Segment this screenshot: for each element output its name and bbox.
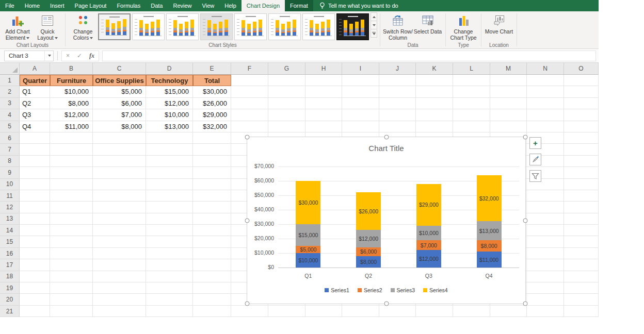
grid-cell-B5[interactable]: $11,000 <box>50 121 93 132</box>
row-header-6[interactable]: 6 <box>0 132 20 144</box>
grid-cell-D19[interactable] <box>146 282 193 294</box>
chart-bar-segment-series1-q2[interactable]: $8,000 <box>356 256 381 268</box>
row-header-13[interactable]: 13 <box>0 213 20 225</box>
grid-cell-G1[interactable] <box>268 75 305 86</box>
ribbon-tab-view[interactable]: View <box>197 0 220 11</box>
grid-cell-O10[interactable] <box>564 179 599 190</box>
grid-cell-F3[interactable] <box>231 98 268 109</box>
grid-cell-O18[interactable] <box>564 271 599 282</box>
grid-cell-E13[interactable] <box>193 213 231 225</box>
selection-handle[interactable] <box>523 218 528 223</box>
column-header-E[interactable]: E <box>193 63 231 74</box>
grid-cell-A9[interactable] <box>20 167 50 178</box>
ribbon-tab-format[interactable]: Format <box>285 0 313 11</box>
grid-cell-A15[interactable] <box>20 236 50 247</box>
chart-styles-button[interactable] <box>529 154 541 165</box>
grid-cell-E11[interactable] <box>193 190 231 202</box>
grid-cell-I2[interactable] <box>342 86 379 97</box>
column-header-F[interactable]: F <box>231 63 268 74</box>
chart-bar-segment-series3-q1[interactable]: $15,000 <box>296 224 320 246</box>
chart-style-thumbnail-6[interactable] <box>268 13 301 40</box>
grid-cell-N3[interactable] <box>527 98 564 109</box>
change-colors-button[interactable]: Change Colors <box>68 13 98 41</box>
grid-cell-I1[interactable] <box>342 75 379 86</box>
grid-cell-C20[interactable] <box>93 294 146 305</box>
chart-elements-button[interactable]: + <box>529 137 541 149</box>
grid-cell-A6[interactable] <box>20 132 50 144</box>
grid-cell-C2[interactable]: $5,000 <box>93 86 146 97</box>
grid-cell-C14[interactable] <box>93 225 146 236</box>
grid-cell-B14[interactable] <box>50 225 93 236</box>
grid-cell-K1[interactable] <box>416 75 453 86</box>
grid-cell-D9[interactable] <box>146 167 193 178</box>
column-header-C[interactable]: C <box>93 63 146 74</box>
column-header-M[interactable]: M <box>490 63 527 74</box>
grid-cell-H21[interactable] <box>305 306 342 317</box>
grid-cell-F2[interactable] <box>231 86 268 97</box>
grid-cell-D2[interactable]: $15,000 <box>146 86 193 97</box>
chart-style-thumbnail-3[interactable] <box>166 13 199 40</box>
grid-cell-C6[interactable] <box>93 132 146 144</box>
grid-cell-D14[interactable] <box>146 225 193 236</box>
row-header-16[interactable]: 16 <box>0 248 20 259</box>
column-header-B[interactable]: B <box>50 63 93 74</box>
grid-cell-O13[interactable] <box>564 213 599 225</box>
grid-cell-J5[interactable] <box>379 121 416 132</box>
enter-icon[interactable]: ✓ <box>77 51 82 61</box>
column-header-N[interactable]: N <box>527 63 564 74</box>
grid-cell-E20[interactable] <box>193 294 231 305</box>
grid-cell-B6[interactable] <box>50 132 93 144</box>
column-header-L[interactable]: L <box>453 63 490 74</box>
grid-cell-D17[interactable] <box>146 259 193 271</box>
grid-cell-F1[interactable] <box>231 75 268 86</box>
grid-cell-C7[interactable] <box>93 144 146 155</box>
grid-cell-B16[interactable] <box>50 248 93 259</box>
grid-cell-D13[interactable] <box>146 213 193 225</box>
grid-cell-D6[interactable] <box>146 132 193 144</box>
grid-cell-K21[interactable] <box>416 306 453 317</box>
grid-cell-I3[interactable] <box>342 98 379 109</box>
column-header-O[interactable]: O <box>564 63 599 74</box>
grid-cell-G21[interactable] <box>268 306 305 317</box>
grid-cell-D11[interactable] <box>146 190 193 202</box>
grid-cell-B17[interactable] <box>50 259 93 271</box>
grid-cell-B2[interactable]: $10,000 <box>50 86 93 97</box>
column-header-G[interactable]: G <box>268 63 305 74</box>
grid-cell-O1[interactable] <box>564 75 599 86</box>
grid-cell-C10[interactable] <box>93 179 146 190</box>
grid-cell-D8[interactable] <box>146 156 193 167</box>
grid-cell-A2[interactable]: Q1 <box>20 86 50 97</box>
grid-cell-C1[interactable]: Office Supplies <box>93 75 146 86</box>
legend-item-series2[interactable]: Series2 <box>358 287 382 293</box>
grid-cell-G2[interactable] <box>268 86 305 97</box>
chart-object[interactable]: Chart Title $0$10,000$20,000$30,000$40,0… <box>247 137 526 304</box>
select-all-corner[interactable] <box>0 63 20 74</box>
grid-cell-F21[interactable] <box>231 306 268 317</box>
row-header-21[interactable]: 21 <box>0 306 20 317</box>
grid-cell-F5[interactable] <box>231 121 268 132</box>
grid-cell-M3[interactable] <box>490 98 527 109</box>
grid-cell-O15[interactable] <box>564 236 599 247</box>
chart-bar-segment-series3-q2[interactable]: $12,000 <box>356 230 381 247</box>
cancel-icon[interactable]: × <box>66 51 70 61</box>
grid-cell-E21[interactable] <box>193 306 231 317</box>
grid-cell-J2[interactable] <box>379 86 416 97</box>
grid-cell-N5[interactable] <box>527 121 564 132</box>
tell-me-box[interactable]: Tell me what you want to do <box>313 0 405 11</box>
ribbon-tab-file[interactable]: File <box>0 0 20 11</box>
grid-cell-I4[interactable] <box>342 109 379 121</box>
move-chart-button[interactable]: Move Chart <box>484 13 514 35</box>
grid-cell-N16[interactable] <box>527 248 564 259</box>
grid-cell-D10[interactable] <box>146 179 193 190</box>
chart-bar-segment-series4-q1[interactable]: $30,000 <box>296 181 320 224</box>
row-header-5[interactable]: 5 <box>0 121 20 132</box>
ribbon-tab-help[interactable]: Help <box>219 0 242 11</box>
grid-cell-N13[interactable] <box>527 213 564 225</box>
grid-cell-N18[interactable] <box>527 271 564 282</box>
grid-cell-E14[interactable] <box>193 225 231 236</box>
grid-cell-A19[interactable] <box>20 282 50 294</box>
grid-cell-E1[interactable]: Total <box>193 75 231 86</box>
grid-cell-O16[interactable] <box>564 248 599 259</box>
grid-cell-E4[interactable]: $29,000 <box>193 109 231 121</box>
legend-item-series1[interactable]: Series1 <box>325 287 349 293</box>
